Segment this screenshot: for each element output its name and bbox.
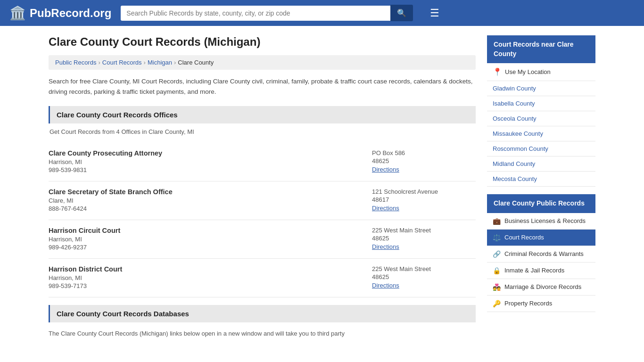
sidebar-nearby-title: Court Records near Clare County — [487, 35, 595, 63]
chain-icon: 🔗 — [493, 250, 501, 258]
databases-description: The Clare County Court Records (Michigan… — [49, 327, 476, 340]
office-zip: 48625 — [372, 235, 476, 242]
breadcrumb-sep-3: › — [174, 59, 176, 66]
sidebar-item-court-records[interactable]: ⚖️ Court Records — [487, 230, 595, 246]
county-label: Mecosta County — [493, 175, 537, 182]
office-name: Clare County Prosecuting Attorney — [49, 149, 353, 157]
content-area: Clare County Court Records (Michigan) Pu… — [49, 35, 476, 340]
sidebar-item-criminal-records[interactable]: 🔗 Criminal Records & Warrants — [487, 246, 595, 263]
office-city: Harrison, MI — [49, 236, 353, 243]
office-address: PO Box 586 — [372, 149, 476, 156]
breadcrumb-sep-1: › — [98, 59, 100, 66]
office-phone: 989-539-7173 — [49, 282, 353, 289]
sidebar: Court Records near Clare County 📍 Use My… — [487, 35, 595, 340]
sidebar-item-marriage-divorce[interactable]: 💑 Marriage & Divorce Records — [487, 279, 595, 296]
sidebar-county-roscommon[interactable]: Roscommon County — [487, 141, 595, 156]
sidebar-county-midland[interactable]: Midland County — [487, 156, 595, 172]
county-label: Missaukee County — [493, 130, 543, 137]
sidebar-item-property-records[interactable]: 🔑 Property Records — [487, 296, 595, 312]
office-phone: 989-539-9831 — [49, 166, 353, 173]
sidebar-county-osceola[interactable]: Osceola County — [487, 111, 595, 126]
sidebar-item-label: Business Licenses & Records — [504, 217, 586, 224]
briefcase-icon: 💼 — [493, 217, 501, 225]
location-icon: 📍 — [493, 67, 502, 76]
county-label: Isabella County — [493, 100, 535, 107]
directions-link[interactable]: Directions — [372, 205, 399, 212]
menu-icon: ☰ — [430, 7, 439, 19]
databases-section: Clare County Court Records Databases The… — [49, 305, 476, 340]
office-zip: 48625 — [372, 273, 476, 280]
page-title: Clare County Court Records (Michigan) — [49, 35, 476, 49]
office-address: 225 West Main Street — [372, 227, 476, 234]
office-entry: Harrison District Court Harrison, MI 989… — [49, 259, 476, 297]
office-name: Harrison District Court — [49, 265, 353, 273]
office-name: Harrison Circuit Court — [49, 227, 353, 234]
breadcrumb-court-records[interactable]: Court Records — [102, 59, 142, 66]
breadcrumb-public-records[interactable]: Public Records — [55, 59, 96, 66]
sidebar-item-business-licenses[interactable]: 💼 Business Licenses & Records — [487, 213, 595, 230]
sidebar-item-label: Criminal Records & Warrants — [504, 250, 584, 257]
breadcrumb-michigan[interactable]: Michigan — [148, 59, 172, 66]
directions-link[interactable]: Directions — [372, 166, 399, 173]
sidebar-county-missaukee[interactable]: Missaukee County — [487, 126, 595, 141]
logo-icon: 🏛️ — [9, 5, 26, 21]
use-location-item[interactable]: 📍 Use My Location — [487, 63, 595, 81]
logo-text: PubRecord.org — [30, 7, 111, 20]
sidebar-item-label: Court Records — [504, 234, 544, 241]
scales-icon: ⚖️ — [493, 234, 501, 241]
office-phone: 989-426-9237 — [49, 244, 353, 251]
office-entry: Clare County Prosecuting Attorney Harris… — [49, 143, 476, 181]
office-entry: Clare Secretary of State Branch Office C… — [49, 181, 476, 220]
search-bar: 🔍 — [121, 5, 413, 21]
breadcrumb: Public Records › Court Records › Michiga… — [49, 55, 476, 70]
menu-button[interactable]: ☰ — [426, 5, 443, 21]
search-input[interactable] — [121, 6, 390, 21]
offices-description: Get Court Records from 4 Offices in Clar… — [49, 128, 476, 135]
county-label: Gladwin County — [493, 85, 536, 92]
office-address: 121 Schoolcrest Avenue — [372, 188, 476, 195]
sidebar-public-records-title: Clare County Public Records — [487, 194, 595, 213]
office-city: Harrison, MI — [49, 274, 353, 281]
office-city: Harrison, MI — [49, 158, 353, 165]
nearby-county-list: 📍 Use My Location Gladwin County Isabell… — [487, 63, 595, 187]
sidebar-county-gladwin[interactable]: Gladwin County — [487, 81, 595, 96]
main-container: Clare County Court Records (Michigan) Pu… — [39, 26, 605, 350]
sidebar-nearby-section: Court Records near Clare County 📍 Use My… — [487, 35, 595, 187]
county-label: Midland County — [493, 160, 535, 167]
sidebar-item-label: Property Records — [504, 300, 552, 307]
search-button[interactable]: 🔍 — [390, 5, 413, 21]
couple-icon: 💑 — [493, 283, 501, 291]
use-location-label: Use My Location — [505, 68, 551, 75]
sidebar-item-inmate-jail[interactable]: 🔒 Inmate & Jail Records — [487, 263, 595, 279]
county-label: Roscommon County — [493, 145, 548, 152]
office-city: Clare, MI — [49, 197, 353, 204]
sidebar-item-label: Inmate & Jail Records — [504, 267, 564, 274]
breadcrumb-current: Clare County — [178, 59, 214, 66]
office-phone: 888-767-6424 — [49, 205, 353, 212]
sidebar-county-mecosta[interactable]: Mecosta County — [487, 172, 595, 187]
key-icon: 🔑 — [493, 300, 501, 307]
databases-section-header: Clare County Court Records Databases — [49, 305, 476, 322]
lock-icon: 🔒 — [493, 267, 501, 274]
office-name: Clare Secretary of State Branch Office — [49, 188, 353, 196]
sidebar-county-isabella[interactable]: Isabella County — [487, 96, 595, 111]
office-zip: 48617 — [372, 196, 476, 203]
directions-link[interactable]: Directions — [372, 282, 399, 289]
page-description: Search for free Clare County, MI Court R… — [49, 76, 476, 97]
breadcrumb-sep-2: › — [144, 59, 146, 66]
sidebar-item-label: Marriage & Divorce Records — [504, 283, 581, 290]
site-logo[interactable]: 🏛️ PubRecord.org — [9, 5, 111, 21]
search-icon: 🔍 — [397, 9, 406, 17]
office-entry: Harrison Circuit Court Harrison, MI 989-… — [49, 220, 476, 259]
county-label: Osceola County — [493, 115, 537, 122]
office-address: 225 West Main Street — [372, 265, 476, 272]
directions-link[interactable]: Directions — [372, 243, 399, 250]
office-zip: 48625 — [372, 157, 476, 165]
site-header: 🏛️ PubRecord.org 🔍 ☰ — [0, 0, 644, 26]
sidebar-public-records-section: Clare County Public Records 💼 Business L… — [487, 194, 595, 312]
offices-section-header: Clare County Court Records Offices — [49, 106, 476, 123]
